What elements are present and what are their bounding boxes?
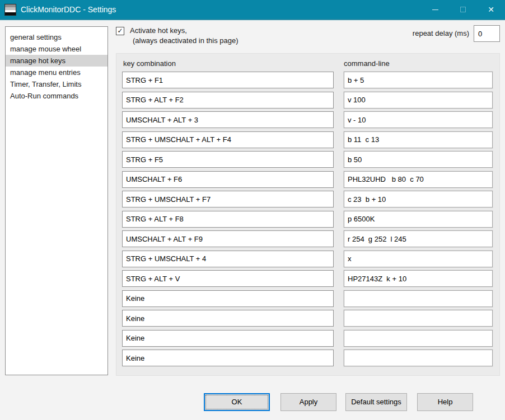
key-combination-input[interactable] bbox=[122, 270, 334, 287]
maximize-button[interactable] bbox=[449, 0, 477, 19]
key-combination-column-header: key combination bbox=[123, 59, 176, 68]
activate-hotkeys-label: Activate hot keys, bbox=[130, 26, 187, 35]
maximize-icon bbox=[460, 7, 466, 12]
command-line-input[interactable] bbox=[344, 92, 493, 108]
hotkey-row bbox=[116, 290, 499, 307]
titlebar: ClickMonitorDDC - Settings ✕ bbox=[0, 0, 505, 20]
key-combination-input[interactable] bbox=[122, 350, 334, 366]
default-settings-button[interactable]: Default settings bbox=[345, 393, 407, 411]
key-combination-input[interactable] bbox=[122, 230, 334, 247]
command-line-input[interactable] bbox=[344, 290, 493, 307]
sidebar-item-manage-hot-keys[interactable]: manage hot keys bbox=[6, 55, 107, 67]
hotkey-row bbox=[116, 72, 499, 88]
key-combination-input[interactable] bbox=[122, 131, 334, 148]
command-line-input[interactable] bbox=[344, 171, 493, 188]
minimize-button[interactable] bbox=[421, 0, 449, 19]
hotkey-row bbox=[116, 151, 499, 168]
command-line-input[interactable] bbox=[344, 330, 493, 347]
hotkey-row bbox=[116, 330, 499, 347]
close-icon: ✕ bbox=[488, 6, 494, 13]
key-combination-input[interactable] bbox=[122, 290, 334, 307]
repeat-delay-label: repeat delay (ms) bbox=[392, 29, 469, 37]
hotkey-row bbox=[116, 92, 499, 108]
key-combination-input[interactable] bbox=[122, 251, 334, 267]
key-combination-input[interactable] bbox=[122, 72, 334, 88]
command-line-input[interactable] bbox=[344, 72, 493, 88]
hotkey-row bbox=[116, 211, 499, 228]
hotkeys-panel: key combination command-line bbox=[116, 53, 500, 376]
key-combination-input[interactable] bbox=[122, 92, 334, 108]
hotkey-row bbox=[116, 251, 499, 267]
ok-button[interactable]: OK bbox=[204, 393, 270, 411]
hotkey-row bbox=[116, 350, 499, 366]
command-line-input[interactable] bbox=[344, 131, 493, 148]
repeat-delay-input[interactable] bbox=[474, 25, 500, 42]
minimize-icon bbox=[432, 10, 438, 10]
key-combination-input[interactable] bbox=[122, 171, 334, 188]
key-combination-input[interactable] bbox=[122, 211, 334, 228]
sidebar-item-general-settings[interactable]: general settings bbox=[6, 31, 107, 43]
hotkey-row bbox=[116, 111, 499, 128]
sidebar-item-timer-transfer-limits[interactable]: Timer, Transfer, Limits bbox=[6, 78, 107, 90]
command-line-input[interactable] bbox=[344, 251, 493, 267]
command-line-input[interactable] bbox=[344, 151, 493, 168]
hotkey-row bbox=[116, 131, 499, 148]
sidebar-item-auto-run-commands[interactable]: Auto-Run commands bbox=[6, 90, 107, 102]
command-line-input[interactable] bbox=[344, 111, 493, 128]
window-controls: ✕ bbox=[421, 0, 505, 20]
apply-button[interactable]: Apply bbox=[280, 393, 336, 411]
key-combination-input[interactable] bbox=[122, 111, 334, 128]
close-button[interactable]: ✕ bbox=[477, 0, 505, 19]
key-combination-input[interactable] bbox=[122, 310, 334, 327]
hotkey-row bbox=[116, 310, 499, 327]
sidebar-item-manage-mouse-wheel[interactable]: manage mouse wheel bbox=[6, 43, 107, 55]
key-combination-input[interactable] bbox=[122, 151, 334, 168]
command-line-input[interactable] bbox=[344, 211, 493, 228]
hotkey-row bbox=[116, 191, 499, 207]
command-line-input[interactable] bbox=[344, 191, 493, 207]
key-combination-input[interactable] bbox=[122, 191, 334, 207]
command-line-input[interactable] bbox=[344, 350, 493, 366]
key-combination-input[interactable] bbox=[122, 330, 334, 347]
command-line-column-header: command-line bbox=[344, 59, 390, 68]
app-icon bbox=[4, 4, 16, 16]
check-icon: ✓ bbox=[117, 27, 123, 35]
sidebar-item-manage-menu-entries[interactable]: manage menu entries bbox=[6, 67, 107, 78]
window-title: ClickMonitorDDC - Settings bbox=[21, 0, 116, 20]
command-line-input[interactable] bbox=[344, 310, 493, 327]
activate-hotkeys-sublabel: (always deactivated in this page) bbox=[133, 36, 239, 45]
activate-hotkeys-checkbox[interactable]: ✓ bbox=[116, 27, 124, 35]
hotkey-row bbox=[116, 171, 499, 188]
command-line-input[interactable] bbox=[344, 270, 493, 287]
settings-category-list: general settings manage mouse wheel mana… bbox=[5, 26, 108, 375]
help-button[interactable]: Help bbox=[417, 393, 473, 411]
hotkey-row bbox=[116, 230, 499, 247]
command-line-input[interactable] bbox=[344, 230, 493, 247]
hotkey-rows bbox=[116, 72, 499, 366]
hotkey-row bbox=[116, 270, 499, 287]
